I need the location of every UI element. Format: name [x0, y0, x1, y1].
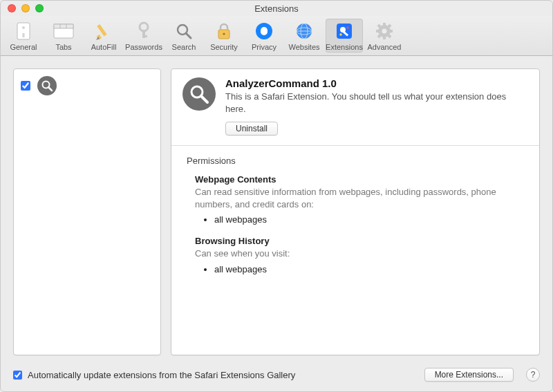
privacy-icon [253, 20, 275, 42]
permission-title: Browsing History [195, 236, 524, 246]
svg-rect-12 [142, 35, 147, 37]
general-icon [12, 20, 35, 42]
extension-detail: AnalyzerCommand 1.0 This is a Safari Ext… [171, 68, 540, 355]
more-extensions-button[interactable]: More Extensions... [424, 368, 514, 382]
toolbar-label: Tabs [55, 43, 71, 51]
toolbar-item-general[interactable]: General [5, 19, 42, 53]
zoom-icon[interactable] [35, 4, 44, 12]
toolbar-label: Advanced [368, 43, 402, 51]
toolbar-label: General [10, 43, 37, 51]
svg-line-41 [201, 96, 207, 102]
search-icon [173, 20, 195, 42]
websites-icon [293, 20, 315, 42]
preferences-toolbar: General Tabs AutoFill Passwords Search [1, 16, 552, 56]
svg-rect-18 [261, 27, 268, 35]
toolbar-label: Websites [288, 43, 319, 51]
footer: Automatically update extensions from the… [1, 362, 552, 391]
toolbar-item-websites[interactable]: Websites [285, 19, 323, 53]
extension-name: AnalyzerCommand 1.0 [225, 77, 528, 89]
svg-point-26 [346, 26, 348, 28]
auto-update-label: Automatically update extensions from the… [28, 370, 295, 380]
advanced-icon [373, 20, 395, 42]
magnifier-icon [37, 76, 57, 95]
toolbar-item-autofill[interactable]: AutoFill [85, 19, 122, 53]
extension-description: This is a Safari Extension. You should t… [225, 91, 528, 115]
toolbar-item-advanced[interactable]: Advanced [366, 19, 403, 53]
toolbar-label: AutoFill [91, 43, 117, 51]
extension-enabled-checkbox[interactable] [21, 81, 30, 91]
permission-group-webpage-contents: Webpage Contents Can read sensitive info… [195, 174, 524, 225]
window-title: Extensions [1, 3, 552, 14]
extension-header: AnalyzerCommand 1.0 This is a Safari Ext… [171, 69, 539, 146]
permission-group-browsing-history: Browsing History Can see when you visit:… [195, 236, 524, 274]
magnifier-icon [182, 77, 216, 111]
extension-meta: AnalyzerCommand 1.0 This is a Safari Ext… [225, 77, 528, 136]
uninstall-button[interactable]: Uninstall [225, 122, 278, 136]
svg-line-37 [388, 25, 391, 27]
tabs-icon [53, 20, 75, 42]
permission-item: all webpages [214, 264, 524, 274]
security-icon [213, 20, 235, 42]
content-area: AnalyzerCommand 1.0 This is a Safari Ext… [1, 56, 552, 362]
svg-line-36 [378, 35, 380, 37]
close-icon[interactable] [8, 4, 16, 12]
toolbar-label: Passwords [125, 43, 162, 51]
toolbar-item-privacy[interactable]: Privacy [245, 19, 283, 53]
svg-point-1 [22, 26, 25, 29]
toolbar-label: Security [210, 43, 238, 51]
permission-item: all webpages [214, 214, 524, 225]
svg-point-27 [339, 33, 341, 35]
svg-line-39 [48, 87, 52, 91]
window-controls [1, 4, 44, 12]
svg-line-35 [388, 35, 391, 37]
svg-point-29 [382, 29, 387, 34]
toolbar-item-extensions[interactable]: Extensions [326, 19, 363, 53]
extensions-list [13, 68, 161, 355]
toolbar-label: Search [172, 43, 196, 51]
autofill-icon [93, 20, 115, 42]
toolbar-item-passwords[interactable]: Passwords [125, 19, 162, 53]
minimize-icon[interactable] [21, 4, 30, 12]
svg-rect-8 [97, 24, 106, 37]
permissions-section: Permissions Webpage Contents Can read se… [171, 146, 539, 295]
toolbar-label: Extensions [326, 43, 363, 51]
permission-description: Can read sensitive information from webp… [195, 186, 524, 210]
extensions-icon [333, 20, 355, 42]
permissions-heading: Permissions [187, 156, 524, 166]
permission-description: Can see when you visit: [195, 248, 524, 260]
svg-line-14 [186, 33, 191, 38]
toolbar-item-tabs[interactable]: Tabs [45, 19, 82, 53]
extension-list-item[interactable] [18, 73, 156, 98]
preferences-window: Extensions General Tabs AutoFill Passw [0, 0, 553, 392]
titlebar: Extensions [1, 1, 552, 16]
auto-update-checkbox[interactable] [13, 371, 22, 380]
svg-rect-2 [23, 33, 25, 37]
toolbar-label: Privacy [252, 43, 276, 51]
svg-point-16 [223, 32, 225, 35]
permission-title: Webpage Contents [195, 174, 524, 185]
svg-rect-4 [54, 24, 73, 28]
passwords-icon [133, 20, 155, 42]
svg-line-34 [378, 25, 380, 27]
toolbar-item-security[interactable]: Security [205, 19, 243, 53]
help-button[interactable]: ? [526, 368, 540, 382]
toolbar-item-search[interactable]: Search [165, 19, 203, 53]
